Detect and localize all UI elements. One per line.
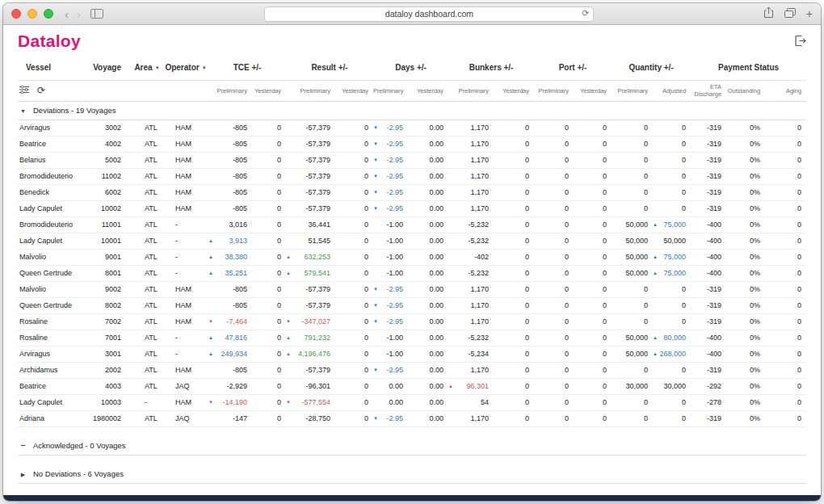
collapse-icon[interactable]: ▼ [19,108,27,114]
cell-value: 0 [525,188,529,196]
cell-value: -57,379 [305,124,330,132]
cell-outstanding: 0% [726,378,765,394]
cell-value: 0 [525,140,529,148]
cell-value: -400 [707,237,721,245]
table-row[interactable]: Arviragus3001ATL-▲249,9340▲4,196,4760-1.… [18,346,806,362]
cell-result-yesterday: 0 [335,136,373,152]
expand-icon[interactable]: ▶ [19,472,27,478]
table-row[interactable]: Malvolio9002ATLHAM-8050-57,3790▼-2.950.0… [18,281,806,297]
table-row[interactable]: Rosaline7001ATL-▲47,8160▲791,2320-1.000.… [18,330,806,346]
cell-voyage: 4003 [90,378,131,394]
table-row[interactable]: Beatrice4002ATLHAM-8050-57,3790▼-2.950.0… [18,136,806,152]
new-tab-button[interactable]: + [806,8,813,19]
section-header-no-deviations-6-voyages[interactable]: ▶No Deviations - 6 Voyages [18,464,806,483]
cell-value: -28,750 [305,414,330,422]
filter-sliders-icon[interactable] [19,86,29,95]
cell-voyage: 1980002 [90,410,131,426]
cell-aging: 0 [765,136,806,152]
cell-result-preliminary: ▲632,253 [286,249,335,265]
share-icon[interactable] [763,6,774,22]
table-row[interactable]: Bromodideuterio11001ATL-3,016036,4410-1.… [18,216,806,233]
cell-value: -319 [707,317,721,326]
cell-quantity-adjusted: 0 [653,120,691,136]
table-row[interactable]: Archidamus2002ATLHAM-8050-57,3790▼-2.950… [18,362,806,378]
section-header-deviations-19-voyages[interactable]: ▼Deviations - 19 Voyages [18,101,806,120]
cell-port-yesterday: 0 [574,216,612,233]
sidebar-toggle-icon[interactable] [90,9,103,19]
cell-bunkers-yesterday: 0 [494,184,534,200]
cell-days-yesterday: 0.00 [408,346,448,362]
cell-quantity-preliminary: 50,000 [612,330,653,346]
tab-overview-icon[interactable] [784,6,796,21]
table-row[interactable]: Lady Capulet10002ATLHAM-8050-57,3790▼-2.… [18,200,806,216]
zoom-window-button[interactable] [44,9,53,19]
table-row[interactable]: Benedick6002ATLHAM-8050-57,3790▼-2.950.0… [18,184,806,200]
cell-value: 0 [525,285,529,293]
cell-value: 0.00 [430,253,444,261]
cell-value: 50,000 [626,220,649,229]
trend-up-icon: ▲ [286,254,291,259]
cell-value: -319 [707,156,721,164]
minimize-window-button[interactable] [27,9,37,19]
reload-icon[interactable]: ⟳ [582,8,589,19]
table-row[interactable]: Queen Gertrude8001ATL-▲35,2510▲579,5410-… [18,265,806,281]
cell-value: 0 [682,172,686,180]
cell-port-preliminary: 0 [534,297,574,313]
close-window-button[interactable] [11,9,21,19]
cell-days-preliminary: ▼-2.95 [373,168,408,184]
cell-value: 0 [797,366,801,374]
cell-value: 632,253 [304,253,330,261]
col-sub-empty [163,80,208,101]
section-header-acknowledged-0-voyages[interactable]: –Acknowledged - 0 Voyages [18,436,806,455]
cell-bunkers-preliminary: 1,170 [448,200,494,216]
cell-value: 0 [565,317,569,326]
trend-down-icon: ▼ [373,174,378,178]
cell-value: 0 [277,334,281,342]
cell-value: -1.00 [387,237,404,245]
table-row[interactable]: Belarius5002ATLHAM-8050-57,3790▼-2.950.0… [18,152,806,168]
cell-area: ATL [131,378,163,394]
cell-eta-discharge: -400 [691,265,726,281]
cell-value: -57,379 [305,285,330,293]
refresh-icon[interactable]: ⟳ [37,85,45,96]
cell-value: 0 [644,301,648,309]
cell-value: 96,301 [467,382,490,390]
cell-days-preliminary: -1.00 [373,265,408,281]
cell-value: 0 [797,172,801,180]
filter-icon[interactable]: ▼ [155,65,160,70]
header-sub-row: ⟳PreliminaryYesterdayPreliminaryYesterda… [18,80,806,101]
table-row[interactable]: Adriana1980002ATLJAQ-1470-28,7500▼-2.950… [18,410,806,426]
cell-days-preliminary: ▼-2.95 [373,297,408,313]
cell-value: 0 [797,301,801,309]
cell-operator: - [163,216,208,233]
table-row[interactable]: Rosaline7002ATLHAM▼-7,4640▼-347,0270▼-2.… [18,313,806,330]
table-row[interactable]: Bromodideuterio11002ATLHAM-8050-57,3790▼… [18,168,806,184]
cell-value: 0 [364,172,368,180]
cell-result-preliminary: ▼-347,027 [286,313,335,330]
cell-value: 1,170 [471,414,490,422]
cell-value: 0% [750,301,760,309]
sign-out-icon[interactable] [794,35,806,47]
cell-days-yesterday: 0.00 [408,265,448,281]
cell-vessel: Malvolio [18,249,90,265]
forward-button[interactable]: › [77,8,81,20]
cell-value: 0 [603,237,607,245]
table-row[interactable]: Arviragus3002ATLHAM-8050-57,3790▼-2.950.… [18,120,806,136]
cell-value: 0 [603,334,607,342]
cell-bunkers-preliminary: 1,170 [448,168,494,184]
cell-bunkers-preliminary: 1,170 [448,152,494,168]
table-row[interactable]: Beatrice4003ATLJAQ-2,9290-96,30100.000.0… [18,378,806,394]
table-row[interactable]: Queen Gertrude8002ATLHAM-8050-57,3790▼-2… [18,297,806,313]
cell-value: -805 [233,124,247,132]
cell-value: 3,913 [229,237,247,245]
filter-icon[interactable]: ▼ [202,65,207,70]
table-row[interactable]: Lady Capulet10003-HAM▼-14,1900▼-577,5540… [18,394,806,410]
cell-value: 0 [364,285,368,293]
address-bar[interactable]: dataloy dashboard.com ⟳ [264,6,594,22]
table-row[interactable]: Lady Capulet10001ATL-▲3,913051,5450-1.00… [18,233,806,249]
cell-result-yesterday: 0 [335,394,373,410]
cell-bunkers-yesterday: 0 [494,378,534,394]
table-row[interactable]: Malvolio9001ATL-▲38,3800▲632,2530-1.000.… [18,249,806,265]
back-button[interactable]: ‹ [65,8,69,20]
cell-outstanding: 0% [726,362,765,378]
